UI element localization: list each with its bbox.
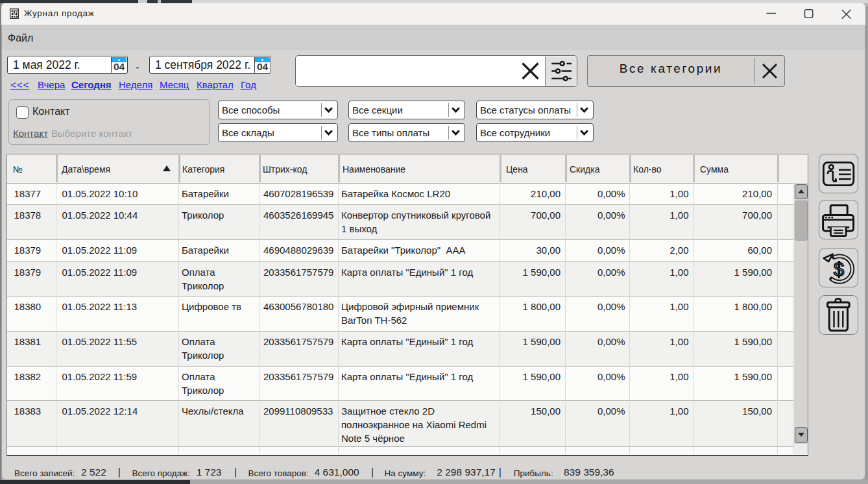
svg-text:$: $ [834,259,844,280]
